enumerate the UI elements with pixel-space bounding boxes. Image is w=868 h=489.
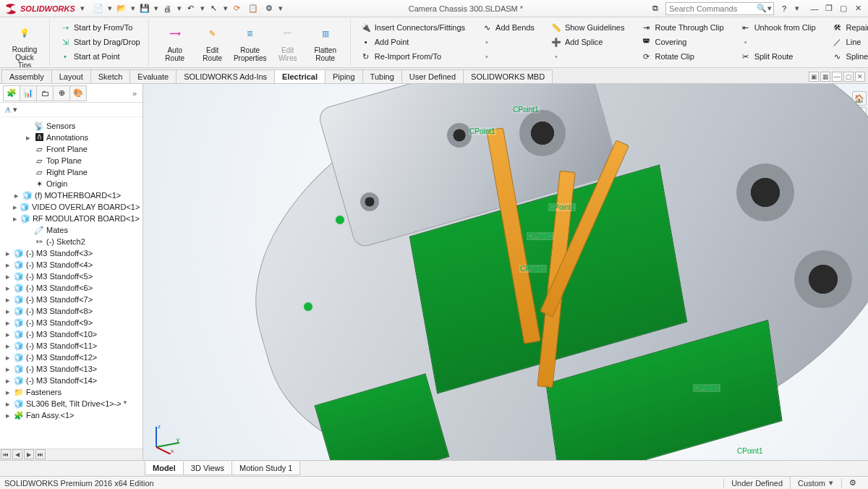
ribbon-cmd-rotate-clip[interactable]: ⟳Rotate Clip: [638, 49, 696, 64]
tree-node[interactable]: ▸🧊(f) MOTHERBOARD<1>: [1, 190, 141, 201]
tree-node[interactable]: ✶Origin: [1, 178, 141, 190]
expand-icon[interactable]: ▸: [4, 353, 12, 362]
feature-manager-tab[interactable]: 🧩: [3, 85, 20, 101]
tree-node[interactable]: ▸🧊(-) M3 Standoff<4>: [1, 259, 141, 271]
expand-icon[interactable]: ▸: [4, 249, 12, 258]
select-button[interactable]: ↖: [207, 1, 221, 16]
filter-dropdown[interactable]: ▾: [12, 103, 18, 117]
tree-node[interactable]: ▸🧊(-) M3 Standoff<14>: [1, 375, 141, 386]
expand-icon[interactable]: ▸: [4, 411, 12, 420]
ribbon-cmd-split-route[interactable]: ✂Split Route: [738, 49, 796, 64]
tree-node[interactable]: ▸🧊(-) M3 Standoff<6>: [1, 282, 141, 294]
ribbon-cmd-add-splice[interactable]: ➕Add Splice: [548, 35, 605, 49]
help-button[interactable]: ?: [777, 1, 791, 16]
flatten-route-button[interactable]: ▥Flatten Route: [307, 21, 344, 64]
status-units[interactable]: Custom▾: [790, 476, 841, 490]
expand-icon[interactable]: ▸: [25, 133, 32, 143]
tab-evaluate[interactable]: Evaluate: [129, 69, 176, 83]
tab-tubing[interactable]: Tubing: [362, 69, 402, 83]
tree-node[interactable]: ▸🧊(-) M3 Standoff<10>: [1, 328, 141, 340]
tree-node[interactable]: ▸📁Fasteners: [1, 386, 141, 398]
options-button[interactable]: 📋: [246, 1, 260, 16]
search-launch-icon[interactable]: ⧉: [648, 1, 663, 16]
expand-icon[interactable]: ▸: [13, 191, 20, 200]
tree-node[interactable]: ▸🧊(-) M3 Standoff<11>: [1, 340, 141, 352]
maximize-button[interactable]: ▢: [836, 2, 851, 15]
expand-icon[interactable]: ▸: [4, 307, 12, 316]
tree-node[interactable]: ▸🧊(-) M3 Standoff<13>: [1, 363, 141, 375]
bottom-tab-3d-views[interactable]: 3D Views: [183, 462, 232, 475]
tree-node[interactable]: 🧷Mates: [1, 224, 141, 236]
select-dropdown[interactable]: ▾: [223, 1, 229, 16]
ribbon-cmd-unhook-from-clip[interactable]: ⇤Unhook from Clip: [738, 20, 818, 35]
minimize-button[interactable]: —: [807, 2, 822, 15]
funnel-icon[interactable]: ⩚: [4, 106, 12, 114]
viewport-cascade-icon[interactable]: ▦: [820, 72, 830, 82]
tab-user-defined[interactable]: User Defined: [401, 69, 464, 83]
tree-node[interactable]: ▸🧊(-) M3 Standoff<7>: [1, 294, 141, 305]
open-dropdown[interactable]: ▾: [130, 1, 136, 16]
save-dropdown[interactable]: ▾: [153, 1, 159, 16]
tab-layout[interactable]: Layout: [51, 69, 91, 83]
expand-icon[interactable]: ▸: [4, 284, 12, 293]
graphics-viewport[interactable]: 🔍 ⧈ ↺ ◫ ⧉ ▦ 👁 🎨 🖼 ⚙ 🏠 📚 🗂 🖼 🔴 📋 💬: [143, 84, 868, 460]
open-file-button[interactable]: 📂: [114, 1, 129, 16]
expand-icon[interactable]: ▸: [13, 214, 18, 224]
bottom-tab-motion-study-1[interactable]: Motion Study 1: [231, 462, 300, 475]
edit-route-button[interactable]: ✎Edit Route: [194, 21, 231, 64]
settings-dropdown[interactable]: ▾: [278, 1, 284, 16]
viewport-max-icon[interactable]: ▢: [843, 72, 854, 82]
tree-node[interactable]: ▸🧊SL306 Belt, Tilt Drive<1>-> *: [1, 398, 141, 409]
panel-expand-icon[interactable]: »: [129, 89, 140, 98]
settings-button[interactable]: ⚙: [262, 1, 276, 16]
viewport-tile-icon[interactable]: ▣: [809, 72, 819, 82]
print-dropdown[interactable]: ▾: [176, 1, 182, 16]
ribbon-cmd-repair-route[interactable]: 🛠Repair Route: [830, 20, 868, 35]
undo-button[interactable]: ↶: [184, 1, 198, 16]
tree-node[interactable]: ▸🧊VIDEO OVERLAY BOARD<1>: [1, 201, 141, 213]
tree-node[interactable]: ▸🧩Fan Assy.<1>: [1, 409, 141, 421]
ribbon-cmd-add-bends[interactable]: ∿Add Bends: [479, 20, 537, 35]
expand-icon[interactable]: ▸: [4, 388, 12, 397]
auto-route-button[interactable]: ⟿Auto Route: [156, 21, 194, 64]
dimxpert-tab[interactable]: ⊕: [53, 85, 70, 101]
expand-icon[interactable]: ▸: [4, 399, 12, 409]
ribbon-cmd-route-through-clip[interactable]: ⇥Route Through Clip: [638, 20, 726, 35]
tree-node[interactable]: ▸🧊RF MODULATOR BOARD<1>: [1, 213, 141, 224]
tree-next-icon[interactable]: ▶: [24, 449, 34, 459]
routing-quick-tips-button[interactable]: 💡 Routing Quick Tips: [6, 20, 43, 68]
ribbon-cmd-covering[interactable]: ◚Covering: [638, 35, 689, 49]
tree-node[interactable]: ▸🧊(-) M3 Standoff<5>: [1, 271, 141, 282]
viewport-min-icon[interactable]: —: [832, 72, 842, 82]
ribbon-cmd-add-point[interactable]: •Add Point: [358, 35, 412, 49]
tab-solidworks-add-ins[interactable]: SOLIDWORKS Add-Ins: [176, 69, 275, 83]
tree-first-icon[interactable]: ⏮: [1, 449, 11, 459]
start-from-to-button[interactable]: ⇢Start by From/To: [57, 20, 135, 35]
property-manager-tab[interactable]: 📊: [20, 85, 37, 101]
tree-node[interactable]: ▱Front Plane: [1, 143, 141, 155]
expand-icon[interactable]: ▸: [4, 295, 12, 305]
close-button[interactable]: ✕: [851, 2, 865, 15]
search-dropdown[interactable]: ▾: [767, 1, 772, 16]
tree-node[interactable]: ▸🧊(-) M3 Standoff<3>: [1, 247, 141, 259]
tree-node[interactable]: ▱Top Plane: [1, 155, 141, 166]
edit-wires-button[interactable]: 〰Edit Wires: [269, 21, 307, 64]
tree-node[interactable]: ▸🧊(-) M3 Standoff<12>: [1, 352, 141, 363]
expand-icon[interactable]: ▸: [4, 341, 12, 351]
save-button[interactable]: 💾: [137, 1, 152, 16]
rebuild-button[interactable]: ⟳: [230, 1, 244, 16]
tab-solidworks-mbd[interactable]: SOLIDWORKS MBD: [463, 69, 553, 83]
expand-icon[interactable]: ▸: [4, 260, 12, 270]
tree-node[interactable]: ▸🅰Annotations: [1, 132, 141, 143]
viewport-close-icon[interactable]: ✕: [855, 72, 865, 82]
expand-icon[interactable]: ▸: [4, 376, 12, 386]
new-file-button[interactable]: 📄: [91, 1, 106, 16]
search-input[interactable]: [668, 4, 757, 13]
expand-icon[interactable]: ▸: [4, 272, 12, 281]
ribbon-cmd-spline[interactable]: ∿Spline: [830, 49, 868, 64]
tab-piping[interactable]: Piping: [325, 69, 363, 83]
tab-sketch[interactable]: Sketch: [90, 69, 131, 83]
tab-electrical[interactable]: Electrical: [274, 69, 326, 83]
start-drag-drop-button[interactable]: ⇲Start by Drag/Drop: [57, 35, 142, 49]
route-properties-button[interactable]: ≣Route Properties: [231, 21, 269, 64]
